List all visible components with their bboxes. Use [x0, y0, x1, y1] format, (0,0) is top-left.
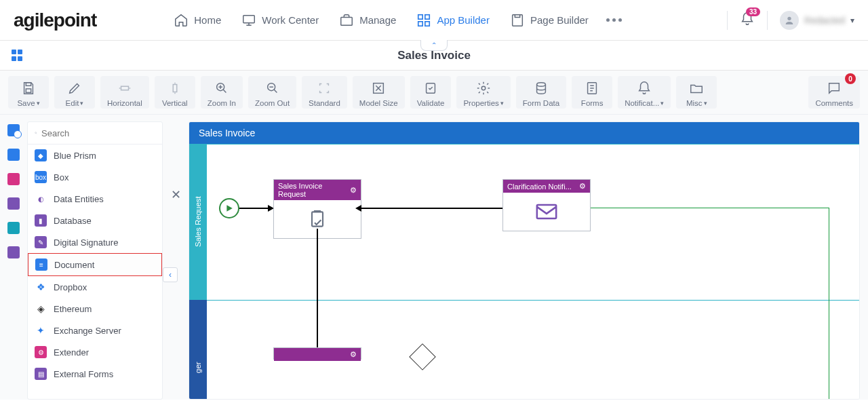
task-node-header: Clarification Notifi... ⚙: [503, 180, 590, 193]
tool-label: Misc▾: [686, 99, 707, 107]
search-input[interactable]: [41, 128, 155, 138]
close-panel-button[interactable]: ✕: [171, 187, 181, 202]
chevron-down-icon: ▾: [37, 100, 40, 107]
nav-more-button[interactable]: [606, 18, 622, 22]
standard-button[interactable]: Standard: [302, 76, 347, 109]
tool-label: Validate: [417, 99, 445, 107]
comments-button[interactable]: 0 Comments: [808, 76, 860, 109]
chevron-down-icon: ▾: [850, 16, 854, 25]
nav-label: Home: [194, 14, 221, 26]
task-node-header: Sales Invoice Request ⚙: [274, 180, 361, 200]
tool-label: Properties▾: [463, 99, 503, 107]
left-palette-rail: [0, 115, 27, 400]
svg-rect-21: [537, 205, 556, 218]
task-node-clarification[interactable]: Clarification Notifi... ⚙: [502, 179, 591, 231]
start-node[interactable]: [219, 198, 239, 218]
swimlane-label[interactable]: ger: [189, 300, 207, 400]
document-icon: ≡: [35, 258, 47, 271]
save-button[interactable]: Save▾: [8, 76, 49, 109]
top-navbar: agilepoint Home Work Center Manage App B…: [0, 0, 868, 41]
task-node-header: ⚙: [274, 348, 361, 361]
user-menu[interactable]: Redacted ▾: [780, 11, 854, 30]
activity-list: ◆Blue Prism boxBox ◐Data Entities ▮Datab…: [28, 145, 162, 385]
nav-home[interactable]: Home: [171, 9, 224, 32]
list-item[interactable]: ◈Ethereum: [28, 298, 162, 320]
list-item[interactable]: ▤External Forms: [28, 363, 162, 385]
task-node-body: [503, 193, 590, 231]
nav-app-builder[interactable]: App Builder: [414, 9, 492, 32]
task-node-title: [278, 351, 280, 359]
nav-label: App Builder: [437, 14, 490, 26]
list-item-document[interactable]: ≡Document: [28, 253, 162, 276]
list-item-label: Dropbox: [54, 282, 87, 292]
list-item[interactable]: ⚙Extender: [28, 341, 162, 363]
palette-category-3[interactable]: [7, 173, 20, 185]
list-item[interactable]: ◆Blue Prism: [28, 145, 162, 166]
list-item[interactable]: ✦Exchange Server: [28, 320, 162, 341]
gear-icon[interactable]: ⚙: [350, 350, 357, 359]
tool-label: Comments: [815, 99, 853, 107]
list-item[interactable]: ◐Data Entities: [28, 188, 162, 210]
process-canvas: Sales Invoice Sales Request ger Sales In…: [189, 121, 860, 400]
svg-point-16: [481, 86, 486, 90]
form-data-button[interactable]: Form Data: [516, 76, 566, 109]
tool-label: Save▾: [17, 99, 39, 107]
save-icon: [20, 80, 37, 96]
properties-button[interactable]: Properties▾: [456, 76, 510, 109]
palette-category-1[interactable]: [7, 124, 20, 136]
swimlane-label[interactable]: Sales Request: [189, 144, 207, 300]
list-item[interactable]: boxBox: [28, 166, 162, 188]
nav-manage[interactable]: Manage: [336, 9, 399, 32]
notifications-tool-button[interactable]: Notificat...▾: [618, 76, 671, 109]
mail-icon: [535, 203, 558, 220]
gear-icon[interactable]: ⚙: [579, 182, 586, 191]
nav-page-builder[interactable]: Page Builder: [507, 9, 591, 32]
divider: [767, 11, 768, 30]
zoom-in-icon: [214, 80, 230, 96]
list-item[interactable]: ❖Dropbox: [28, 276, 162, 298]
folder-icon: [688, 80, 705, 96]
misc-button[interactable]: Misc▾: [676, 76, 717, 109]
zoom-in-button[interactable]: Zoom In: [201, 76, 243, 109]
gear-icon[interactable]: ⚙: [350, 186, 357, 195]
form-icon: [584, 80, 600, 96]
task-node-title: Sales Invoice Request: [278, 182, 350, 198]
palette-category-6[interactable]: [7, 246, 20, 258]
list-item[interactable]: ✎Digital Signature: [28, 231, 162, 253]
forms-button[interactable]: Forms: [572, 76, 612, 109]
model-size-button[interactable]: Model Size: [353, 76, 405, 109]
validate-button[interactable]: Validate: [410, 76, 452, 109]
palette-category-4[interactable]: [7, 197, 20, 210]
palette-category-5[interactable]: [7, 222, 20, 234]
list-item-label: Ethereum: [54, 304, 92, 314]
canvas-area[interactable]: Sales Request ger Sales Invoice Request …: [189, 144, 859, 399]
brand-logo: agilepoint: [14, 9, 96, 31]
svg-rect-3: [425, 14, 429, 18]
chevron-down-icon: ▾: [500, 100, 504, 107]
horizontal-button[interactable]: Horizontal: [100, 76, 149, 109]
svg-point-7: [787, 16, 791, 20]
collapse-header-button[interactable]: ⌃: [420, 40, 448, 51]
list-item[interactable]: ▮Database: [28, 210, 162, 231]
vertical-button[interactable]: Vertical: [155, 76, 195, 109]
nav-work-center[interactable]: Work Center: [239, 9, 321, 32]
collapse-panel-button[interactable]: ‹: [163, 267, 178, 282]
gear-icon: [475, 80, 492, 96]
data-entities-icon: ◐: [35, 193, 47, 205]
palette-category-2[interactable]: [7, 149, 20, 161]
editor-toolbar: Save▾ Edit▾ Horizontal Vertical Zoom In …: [0, 71, 868, 115]
chevron-down-icon: ▾: [660, 100, 664, 107]
decision-node[interactable]: [409, 343, 436, 370]
svg-point-17: [537, 83, 546, 87]
exchange-icon: ✦: [35, 324, 47, 337]
edit-button[interactable]: Edit▾: [54, 76, 95, 109]
notifications-button[interactable]: 33: [740, 12, 755, 29]
expand-icon: [370, 80, 387, 96]
app-grid-button[interactable]: [8, 46, 27, 65]
list-item-label: Blue Prism: [54, 151, 96, 161]
zoom-out-button[interactable]: Zoom Out: [248, 76, 296, 109]
svg-rect-10: [121, 86, 128, 90]
lane-border: [207, 144, 859, 145]
bell-icon: [636, 80, 652, 96]
task-node-next[interactable]: ⚙: [273, 347, 361, 360]
